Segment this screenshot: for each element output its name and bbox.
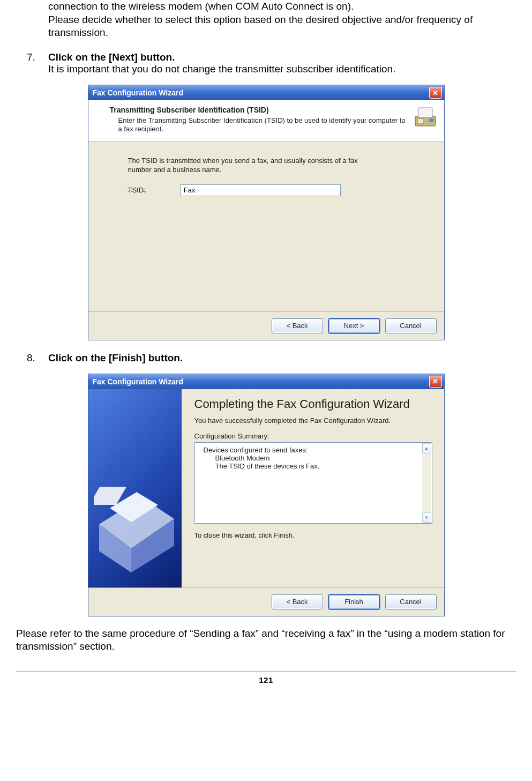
svg-rect-1 bbox=[418, 108, 432, 117]
screenshot-2: Fax Configuration Wizard ✕ Completing th… bbox=[11, 374, 521, 616]
close-icon[interactable]: ✕ bbox=[429, 376, 442, 388]
wizard-header-title: Transmitting Subscriber Identification (… bbox=[110, 106, 407, 114]
tsid-info-text: The TSID is transmitted when you send a … bbox=[128, 156, 369, 175]
back-button[interactable]: < Back bbox=[272, 318, 323, 333]
window-title: Fax Configuration Wizard bbox=[93, 88, 183, 97]
scrollbar[interactable]: ▲ ▼ bbox=[422, 443, 431, 523]
step-7-subtitle: It is important that you do not change t… bbox=[48, 63, 395, 75]
fax-icon bbox=[413, 105, 438, 129]
document-page: connection to the wireless modem (when C… bbox=[11, 0, 521, 691]
back-button[interactable]: < Back bbox=[272, 594, 323, 609]
summary-textarea[interactable]: Devices configured to send faxes: Blueto… bbox=[194, 442, 432, 524]
tsid-label: TSID: bbox=[128, 186, 146, 194]
wizard-sidebar-graphic bbox=[88, 389, 182, 587]
close-hint: To close this wizard, click Finish. bbox=[194, 531, 432, 539]
screenshot-1: Fax Configuration Wizard ✕ Transmitting … bbox=[11, 85, 521, 340]
fax-wizard-complete: Fax Configuration Wizard ✕ Completing th… bbox=[88, 374, 445, 616]
step-8-title: Click on the [Finish] button. bbox=[48, 352, 183, 363]
finish-button[interactable]: Finish bbox=[328, 594, 380, 609]
window-title: Fax Configuration Wizard bbox=[93, 377, 183, 386]
summary-label: Configuration Summary: bbox=[194, 432, 432, 440]
intro-paragraph: connection to the wireless modem (when C… bbox=[48, 0, 521, 40]
titlebar: Fax Configuration Wizard ✕ bbox=[88, 374, 444, 389]
wizard-header: Transmitting Subscriber Identification (… bbox=[88, 100, 444, 142]
intro-line-1: connection to the wireless modem (when C… bbox=[48, 1, 354, 12]
wizard-content: The TSID is transmitted when you send a … bbox=[88, 142, 444, 311]
fax-wizard-tsid: Fax Configuration Wizard ✕ Transmitting … bbox=[88, 85, 445, 340]
close-icon[interactable]: ✕ bbox=[429, 87, 442, 99]
scroll-up-icon[interactable]: ▲ bbox=[422, 443, 431, 453]
wizard-header-desc: Enter the Transmitting Subscriber Identi… bbox=[118, 116, 407, 134]
step-7: 7. Click on the [Next] button. It is imp… bbox=[11, 51, 521, 75]
titlebar: Fax Configuration Wizard ✕ bbox=[88, 85, 444, 100]
page-number: 121 bbox=[11, 672, 521, 691]
wizard-right-pane: Completing the Fax Configuration Wizard … bbox=[182, 389, 444, 587]
svg-rect-2 bbox=[429, 118, 433, 122]
completion-heading: Completing the Fax Configuration Wizard bbox=[194, 397, 432, 412]
scroll-down-icon[interactable]: ▼ bbox=[422, 512, 431, 523]
completion-subtext: You have successfully completed the Fax … bbox=[194, 416, 432, 426]
step-7-number: 7. bbox=[27, 51, 48, 75]
cancel-button[interactable]: Cancel bbox=[385, 318, 437, 333]
step-8: 8. Click on the [Finish] button. bbox=[11, 352, 521, 364]
outro-paragraph: Please refer to the same procedure of “S… bbox=[16, 627, 516, 653]
intro-line-2: Please decide whether to select this opt… bbox=[48, 14, 473, 39]
wizard-button-bar: < Back Finish Cancel bbox=[88, 587, 444, 616]
wizard-body: Completing the Fax Configuration Wizard … bbox=[88, 389, 444, 587]
tsid-input[interactable] bbox=[180, 184, 341, 196]
svg-rect-3 bbox=[417, 118, 424, 124]
next-button[interactable]: Next > bbox=[328, 318, 380, 333]
tsid-field-row: TSID: bbox=[128, 184, 419, 196]
step-8-number: 8. bbox=[27, 352, 48, 364]
cancel-button[interactable]: Cancel bbox=[385, 594, 437, 609]
summary-line-3: The TSID of these devices is Fax. bbox=[215, 462, 428, 470]
summary-line-1: Devices configured to send faxes: bbox=[204, 446, 428, 454]
summary-line-2: Bluetooth Modem bbox=[215, 454, 428, 462]
step-7-title: Click on the [Next] button. bbox=[48, 51, 175, 63]
wizard-button-bar: < Back Next > Cancel bbox=[88, 311, 444, 340]
